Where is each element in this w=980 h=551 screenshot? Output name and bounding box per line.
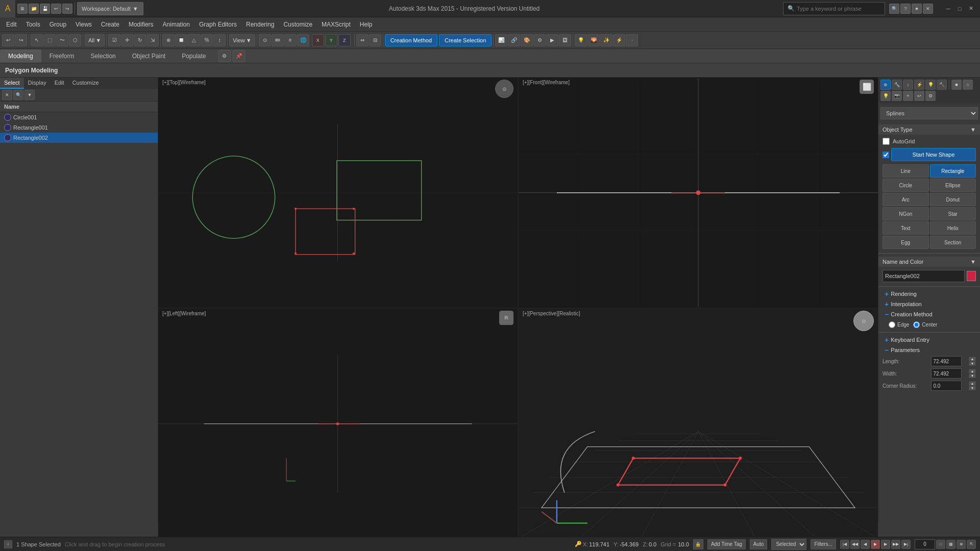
select-tool[interactable]: ↖ (31, 34, 43, 46)
corner-radius-down-arrow[interactable]: ▼ (969, 386, 976, 390)
corner-radius-input[interactable] (931, 381, 962, 391)
shape-ngon-btn[interactable]: NGon (883, 207, 929, 220)
shape-helix-btn[interactable]: Helix (930, 221, 976, 235)
rp-space-btn[interactable]: ↩ (914, 91, 924, 101)
keyboard-entry-expand[interactable]: + (883, 336, 891, 344)
create-selection-main-btn[interactable]: Create Selection (439, 34, 492, 46)
vp-ctrl3[interactable]: ⊕ (957, 540, 966, 549)
add-time-tag-btn[interactable]: Add Time Tag (707, 539, 746, 549)
rp-helper-btn[interactable]: + (903, 91, 913, 101)
effects-btn[interactable]: ✨ (600, 34, 612, 46)
mirror-btn[interactable]: ⇔ (356, 34, 369, 46)
tab-modeling[interactable]: Modeling (0, 49, 41, 63)
tab-selection[interactable]: Selection (82, 49, 124, 63)
3d-snap-btn[interactable]: 3D (272, 34, 284, 46)
coord-z[interactable]: Z (338, 34, 351, 46)
vp-ctrl1[interactable]: □ (936, 540, 945, 549)
render-setup-btn[interactable]: ⚙ (533, 34, 546, 46)
color-swatch[interactable] (967, 271, 976, 281)
rp-cam-btn[interactable]: 📷 (892, 91, 902, 101)
rp-geo-btn[interactable]: ■ (951, 80, 962, 90)
edge-radio-item[interactable]: Edge (889, 321, 909, 328)
rp-create-btn[interactable]: ⊕ (880, 80, 891, 90)
menu-modifiers[interactable]: Modifiers (125, 19, 158, 30)
pb-next-btn[interactable]: ▶▶ (891, 540, 900, 549)
start-new-shape-btn[interactable]: Start New Shape (891, 148, 976, 161)
percent-snap-btn[interactable]: % (201, 34, 213, 46)
menu-animation[interactable]: Animation (159, 19, 194, 30)
dynamics-btn[interactable]: ⚡ (613, 34, 625, 46)
maximize-btn[interactable]: □ (954, 4, 965, 14)
panel-filter-btn[interactable]: ▼ (24, 90, 35, 100)
shape-arc-btn[interactable]: Arc (883, 193, 929, 206)
spinner-snap-btn[interactable]: ↕ (213, 34, 226, 46)
ref-coord-btn[interactable]: ⊕ (162, 34, 175, 46)
coord-x[interactable]: X (312, 34, 324, 46)
minimize-btn[interactable]: ─ (943, 4, 953, 14)
schematic-btn[interactable]: 🔗 (508, 34, 520, 46)
particle-btn[interactable]: · (626, 34, 638, 46)
panel-search-btn[interactable]: 🔍 (13, 90, 23, 100)
width-down-arrow[interactable]: ▼ (969, 373, 976, 378)
redo-btn[interactable]: ↪ (62, 4, 72, 14)
coord-y[interactable]: Y (325, 34, 337, 46)
pb-play-btn[interactable]: ▶ (871, 540, 880, 549)
layer-btn[interactable]: ≡ (284, 34, 297, 46)
menu-create[interactable]: Create (97, 19, 124, 30)
lasso-tool[interactable]: ⬡ (69, 34, 81, 46)
auto-btn[interactable]: Auto (750, 539, 768, 549)
shape-donut-btn[interactable]: Donut (930, 193, 976, 206)
pb-prev1-btn[interactable]: ◀ (861, 540, 870, 549)
close-search-btn[interactable]: ✕ (923, 4, 933, 14)
select-filter-btn[interactable]: ☑ (108, 34, 120, 46)
menu-views[interactable]: Views (71, 19, 96, 30)
vp-ctrl4[interactable]: ⇱ (967, 540, 976, 549)
select-region-tool[interactable]: ⬚ (43, 34, 56, 46)
open-btn[interactable]: 📁 (29, 4, 39, 14)
ribbon-settings-btn[interactable]: ⚙ (218, 50, 231, 62)
viewport-top[interactable]: [+][Top][Wireframe] ⊙ (158, 78, 518, 308)
close-btn[interactable]: ✕ (966, 4, 976, 14)
workspace-dropdown[interactable]: Workspace: Default ▼ (77, 2, 143, 15)
star-btn[interactable]: ★ (912, 4, 922, 14)
menu-tools[interactable]: Tools (22, 19, 44, 30)
scale-tool[interactable]: ⇲ (146, 34, 159, 46)
center-radio-item[interactable]: Center (913, 321, 937, 328)
length-down-arrow[interactable]: ▼ (969, 361, 976, 366)
menu-maxscript[interactable]: MAXScript (317, 19, 355, 30)
viewport-left-icon[interactable]: lft (499, 311, 513, 325)
new-btn[interactable]: 🗎 (17, 4, 28, 14)
undo-btn[interactable]: ↩ (51, 4, 61, 14)
pb-prev-btn[interactable]: ◀◀ (850, 540, 860, 549)
shape-rectangle-btn[interactable]: Rectangle (930, 164, 976, 178)
panel-tab-display[interactable]: Display (24, 78, 51, 89)
viewport-front-icon[interactable]: ⬜ (860, 80, 874, 94)
panel-tab-edit[interactable]: Edit (51, 78, 68, 89)
graph-editor-btn[interactable]: 📊 (495, 34, 507, 46)
environment-btn[interactable]: 🌄 (587, 34, 600, 46)
move-tool[interactable]: ✛ (121, 34, 133, 46)
rp-display-btn[interactable]: 💡 (925, 80, 936, 90)
length-input[interactable] (931, 356, 962, 366)
corner-radius-up-arrow[interactable]: ▲ (969, 381, 976, 386)
snap-btn[interactable]: 🔲 (175, 34, 187, 46)
ribbon-pin-btn[interactable]: 📌 (233, 50, 245, 62)
status-icon[interactable]: i (4, 540, 12, 548)
pb-end-btn[interactable]: ▶| (901, 540, 911, 549)
search-btn[interactable]: 🔍 (889, 4, 899, 14)
object-name-input[interactable] (883, 270, 965, 282)
vp-ctrl2[interactable]: ▦ (946, 540, 955, 549)
rp-hierarchy-btn[interactable]: ↕ (903, 80, 913, 90)
menu-group[interactable]: Group (45, 19, 70, 30)
freehand-tool[interactable]: 〜 (56, 34, 68, 46)
redo-tool[interactable]: ↪ (15, 34, 27, 46)
create-selection-btn[interactable]: Creation Method (385, 34, 437, 46)
undo-tool[interactable]: ↩ (2, 34, 14, 46)
shape-ellipse-btn[interactable]: Ellipse (930, 179, 976, 192)
shape-egg-btn[interactable]: Egg (883, 236, 929, 249)
shape-star-btn[interactable]: Star (930, 207, 976, 220)
render-view-btn[interactable]: 🖼 (559, 34, 571, 46)
vp-front-nav-btn[interactable]: ⬜ (860, 80, 874, 94)
filter-dropdown[interactable]: All ▼ (85, 34, 105, 46)
splines-dropdown[interactable]: Splines (880, 107, 978, 119)
